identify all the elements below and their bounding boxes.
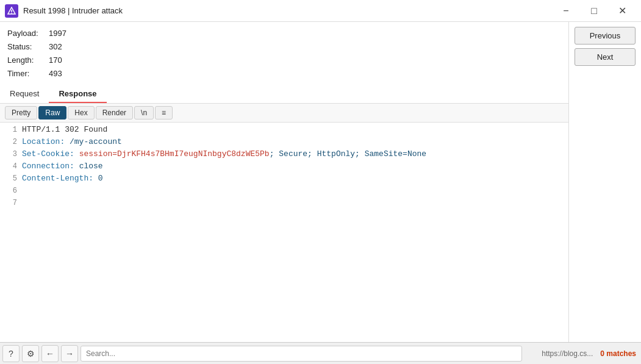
tabs-row: Request Response xyxy=(0,85,568,104)
bottom-bar: ? ⚙ ← → https://blog.cs... 0 matches xyxy=(0,342,641,364)
matches-text: 0 matches xyxy=(600,349,639,358)
length-label: Length: xyxy=(7,54,44,67)
render-button[interactable]: Render xyxy=(96,106,133,120)
back-button[interactable]: ← xyxy=(41,345,59,362)
payload-row: Payload: 1997 xyxy=(7,27,561,40)
status-value: 302 xyxy=(49,40,62,54)
code-line-3: 3 Set-Cookie: session=DjrKFH4s7BHmI7eugN… xyxy=(0,149,568,162)
window-controls: − □ ✕ xyxy=(552,2,636,20)
hex-button[interactable]: Hex xyxy=(68,106,94,120)
right-panel: Previous Next xyxy=(569,22,641,342)
meta-info: Payload: 1997 Status: 302 Length: 170 Ti… xyxy=(0,22,568,85)
length-value: 170 xyxy=(49,54,62,67)
raw-button[interactable]: Raw xyxy=(38,106,66,120)
help-button[interactable]: ? xyxy=(2,345,20,362)
settings-button[interactable]: ⚙ xyxy=(22,345,39,362)
code-line-1: 1 HTTP/1.1 302 Found xyxy=(0,125,568,137)
main-content: Payload: 1997 Status: 302 Length: 170 Ti… xyxy=(0,22,641,342)
status-row: Status: 302 xyxy=(7,40,561,54)
timer-value: 493 xyxy=(49,67,62,80)
app-icon xyxy=(5,4,18,18)
svg-point-2 xyxy=(11,12,12,13)
minimize-button[interactable]: − xyxy=(552,2,580,20)
previous-button[interactable]: Previous xyxy=(575,27,636,45)
tab-response[interactable]: Response xyxy=(49,85,106,103)
payload-label: Payload: xyxy=(7,27,44,40)
code-line-4: 4 Connection: close xyxy=(0,162,568,174)
payload-value: 1997 xyxy=(49,27,66,40)
close-button[interactable]: ✕ xyxy=(608,2,636,20)
newline-button[interactable]: \n xyxy=(134,106,154,120)
search-input[interactable] xyxy=(81,346,522,362)
timer-label: Timer: xyxy=(7,67,44,80)
tab-request[interactable]: Request xyxy=(0,85,49,103)
code-line-6: 6 xyxy=(0,186,568,198)
toolbar: Pretty Raw Hex Render \n ≡ xyxy=(0,104,568,123)
left-panel: Payload: 1997 Status: 302 Length: 170 Ti… xyxy=(0,22,569,342)
url-display: https://blog.cs... xyxy=(525,349,598,358)
menu-button[interactable]: ≡ xyxy=(155,106,173,120)
maximize-button[interactable]: □ xyxy=(580,2,608,20)
code-line-7: 7 xyxy=(0,198,568,210)
length-row: Length: 170 xyxy=(7,54,561,67)
status-label: Status: xyxy=(7,40,44,54)
code-line-5: 5 Content-Length: 0 xyxy=(0,174,568,186)
forward-button[interactable]: → xyxy=(61,345,78,362)
code-area[interactable]: 1 HTTP/1.1 302 Found 2 Location: /my-acc… xyxy=(0,123,568,342)
pretty-button[interactable]: Pretty xyxy=(5,106,37,120)
window-title: Result 1998 | Intruder attack xyxy=(23,6,552,15)
next-button[interactable]: Next xyxy=(575,48,636,66)
title-bar: Result 1998 | Intruder attack − □ ✕ xyxy=(0,0,641,22)
code-line-2: 2 Location: /my-account xyxy=(0,137,568,149)
timer-row: Timer: 493 xyxy=(7,67,561,80)
